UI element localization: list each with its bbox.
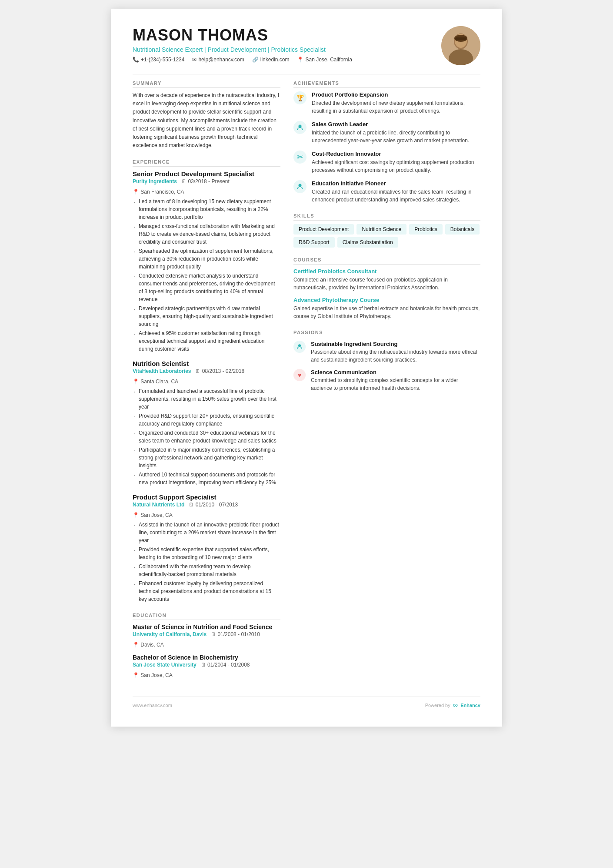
achievements-section: ACHIEVEMENTS 🏆 Product Portfolio Expansi… — [293, 80, 480, 204]
list-item: Spearheaded the optimization of suppleme… — [133, 247, 280, 271]
passions-title: PASSIONS — [293, 330, 480, 337]
edu-1-meta: University of California, Davis 🗓 01/200… — [133, 631, 280, 648]
passion-2-content: Science Communication Committed to simpl… — [311, 369, 480, 392]
passion-1-desc: Passionate about driving the nutraceutic… — [311, 348, 480, 364]
list-item: Authored 10 technical support documents … — [133, 471, 280, 486]
skill-2: Nutrition Science — [356, 224, 406, 235]
achievement-1-desc: Directed the development of new dietary … — [312, 99, 480, 115]
header-location: 📍 San Jose, California — [297, 57, 352, 63]
job-1-location: 📍 San Francisco, CA — [133, 189, 184, 195]
list-item: Enhanced customer loyalty by delivering … — [133, 580, 280, 603]
list-item: Provided scientific expertise that suppo… — [133, 546, 280, 561]
list-item: Assisted in the launch of an innovative … — [133, 521, 280, 544]
job-3-title: Product Support Specialist — [133, 493, 280, 501]
achievement-2-content: Sales Growth Leader Initiated the launch… — [312, 121, 480, 144]
job-2-bullets: Formulated and launched a successful lin… — [133, 387, 280, 486]
job-3-meta: Natural Nutrients Ltd 🗓 01/2010 - 07/201… — [133, 502, 280, 518]
list-item: Led a team of 8 in developing 15 new die… — [133, 198, 280, 221]
skill-1: Product Development — [293, 224, 354, 235]
experience-title: EXPERIENCE — [133, 159, 280, 167]
job-1-date: 🗓 03/2018 - Present — [181, 178, 230, 184]
edu-2-location: 📍 San Jose, CA — [133, 672, 173, 678]
summary-section: SUMMARY With over a decade of experience… — [133, 80, 280, 150]
achievement-4-title: Education Initiative Pioneer — [312, 180, 480, 187]
job-3: Product Support Specialist Natural Nutri… — [133, 493, 280, 603]
header-title: Nutritional Science Expert | Product Dev… — [133, 46, 433, 53]
job-2-company: VitaHealth Laboratories — [133, 368, 191, 374]
education-title: EDUCATION — [133, 613, 280, 620]
summary-text: With over a decade of experience in the … — [133, 91, 280, 150]
achievement-4-icon — [293, 180, 306, 193]
job-1-company: Purity Ingredients — [133, 178, 177, 184]
job-2-title: Nutrition Scientist — [133, 360, 280, 367]
courses-section: COURSES Certified Probiotics Consultant … — [293, 257, 480, 320]
experience-section: EXPERIENCE Senior Product Development Sp… — [133, 159, 280, 603]
header-linkedin[interactable]: 🔗 linkedin.com — [252, 57, 290, 63]
job-2: Nutrition Scientist VitaHealth Laborator… — [133, 360, 280, 486]
edu-1-school: University of California, Davis — [133, 631, 207, 637]
skill-3: Probiotics — [409, 224, 443, 235]
edu-2: Bachelor of Science in Biochemistry San … — [133, 654, 280, 678]
achievement-1: 🏆 Product Portfolio Expansion Directed t… — [293, 91, 480, 115]
svg-rect-5 — [455, 37, 466, 40]
header: MASON THOMAS Nutritional Science Expert … — [133, 26, 480, 65]
course-1-title: Certified Probiotics Consultant — [293, 268, 480, 275]
list-item: Collaborated with the marketing team to … — [133, 563, 280, 578]
achievement-3-content: Cost-Reduction Innovator Achieved signif… — [312, 151, 480, 174]
passion-2: ♥ Science Communication Committed to sim… — [293, 369, 480, 392]
job-2-date: 🗓 08/2013 - 02/2018 — [195, 368, 244, 374]
skill-5: R&D Support — [293, 237, 335, 248]
job-3-bullets: Assisted in the launch of an innovative … — [133, 521, 280, 603]
email-icon: ✉ — [192, 57, 197, 63]
skill-4: Botanicals — [445, 224, 480, 235]
footer-brand: Enhancv — [460, 703, 480, 708]
edu-2-meta: San Jose State University 🗓 01/2004 - 01… — [133, 662, 280, 678]
enhancv-logo-icon: ∞ — [453, 701, 458, 709]
achievement-4: Education Initiative Pioneer Created and… — [293, 180, 480, 204]
summary-title: SUMMARY — [133, 80, 280, 88]
achievement-1-title: Product Portfolio Expansion — [312, 91, 480, 98]
edu-1-location: 📍 Davis, CA — [133, 642, 164, 648]
list-item: Organized and conducted 30+ educational … — [133, 429, 280, 445]
job-2-location: 📍 Santa Clara, CA — [133, 379, 178, 385]
header-divider — [133, 74, 480, 74]
job-1-title: Senior Product Development Specialist — [133, 170, 280, 178]
header-email: ✉ help@enhancv.com — [192, 57, 244, 63]
passion-1-icon — [293, 341, 306, 353]
achievement-2-desc: Initiated the launch of a probiotic line… — [312, 129, 480, 144]
header-name: MASON THOMAS — [133, 26, 433, 44]
achievement-1-icon: 🏆 — [293, 91, 306, 104]
achievement-2: Sales Growth Leader Initiated the launch… — [293, 121, 480, 144]
achievement-1-content: Product Portfolio Expansion Directed the… — [312, 91, 480, 115]
list-item: Developed strategic partnerships with 4 … — [133, 305, 280, 328]
passion-1-content: Sustainable Ingredient Sourcing Passiona… — [311, 341, 480, 364]
edu-2-degree: Bachelor of Science in Biochemistry — [133, 654, 280, 661]
passion-2-icon: ♥ — [293, 369, 306, 381]
passion-2-desc: Committed to simplifying complex scienti… — [311, 376, 480, 392]
job-1: Senior Product Development Specialist Pu… — [133, 170, 280, 353]
skills-grid: Product Development Nutrition Science Pr… — [293, 224, 480, 248]
course-1-desc: Completed an intensive course focused on… — [293, 276, 480, 292]
achievement-3-icon: ✂ — [293, 151, 306, 164]
passion-2-title: Science Communication — [311, 369, 480, 375]
list-item: Formulated and launched a successful lin… — [133, 387, 280, 411]
col-left: SUMMARY With over a decade of experience… — [133, 80, 280, 688]
list-item: Achieved a 95% customer satisfaction rat… — [133, 329, 280, 353]
job-2-meta: VitaHealth Laboratories 🗓 08/2013 - 02/2… — [133, 368, 280, 385]
job-1-meta: Purity Ingredients 🗓 03/2018 - Present 📍… — [133, 178, 280, 195]
achievements-title: ACHIEVEMENTS — [293, 80, 480, 88]
course-1: Certified Probiotics Consultant Complete… — [293, 268, 480, 292]
achievement-3-desc: Achieved significant cost savings by opt… — [312, 158, 480, 174]
edu-1-degree: Master of Science in Nutrition and Food … — [133, 623, 280, 630]
edu-2-school: San Jose State University — [133, 662, 197, 668]
job-3-date: 🗓 01/2010 - 07/2013 — [189, 502, 238, 508]
skills-section: SKILLS Product Development Nutrition Sci… — [293, 213, 480, 248]
edu-1-date: 🗓 01/2008 - 01/2010 — [211, 631, 260, 637]
footer-powered-by: Powered by — [425, 703, 450, 708]
courses-title: COURSES — [293, 257, 480, 265]
footer-logo: Powered by ∞ Enhancv — [425, 701, 480, 709]
course-2-desc: Gained expertise in the use of herbal ex… — [293, 305, 480, 320]
job-3-company: Natural Nutrients Ltd — [133, 502, 184, 508]
achievement-3: ✂ Cost-Reduction Innovator Achieved sign… — [293, 151, 480, 174]
achievement-4-desc: Created and ran educational initiatives … — [312, 188, 480, 204]
